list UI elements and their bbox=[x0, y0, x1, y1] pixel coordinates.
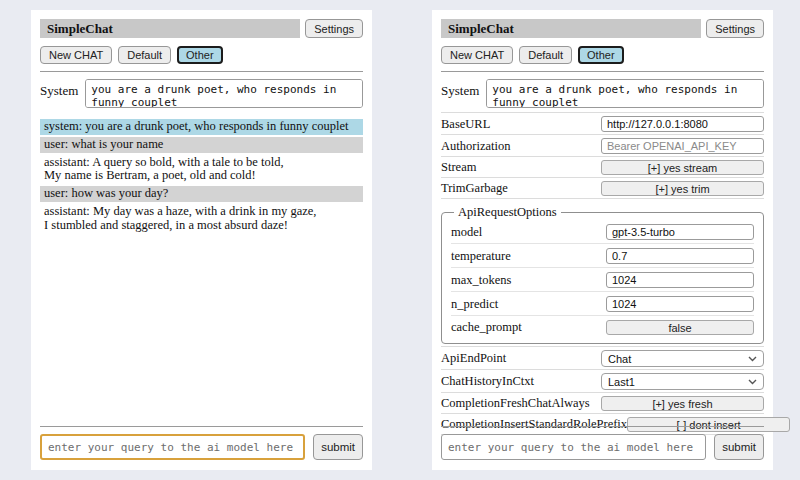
settings-panel: SimpleChat Settings New CHAT Default Oth… bbox=[432, 10, 773, 470]
new-chat-button[interactable]: New CHAT bbox=[441, 46, 513, 64]
temperature-input[interactable] bbox=[606, 248, 754, 264]
chat-message-assistant: assistant: A query so bold, with a tale … bbox=[40, 155, 363, 185]
settings-button[interactable]: Settings bbox=[706, 19, 764, 38]
submit-button[interactable]: submit bbox=[714, 434, 764, 460]
chat-message-user: user: how was your day? bbox=[40, 186, 363, 202]
cache-prompt-label: cache_prompt bbox=[451, 320, 522, 335]
header: SimpleChat Settings bbox=[40, 19, 363, 38]
chat-message-assistant: assistant: My day was a haze, with a dri… bbox=[40, 204, 363, 234]
system-prompt-row: System you are a drunk poet, who respond… bbox=[40, 79, 363, 108]
max-tokens-label: max_tokens bbox=[451, 273, 511, 288]
chat-message-list: system: you are a drunk poet, who respon… bbox=[40, 119, 363, 233]
authorization-label: Authorization bbox=[441, 139, 510, 154]
setting-row-baseurl: BaseURL bbox=[441, 112, 764, 135]
trim-garbage-toggle-button[interactable]: [+] yes trim bbox=[601, 181, 764, 196]
query-input[interactable] bbox=[40, 434, 305, 460]
chat-message-user: user: what is your name bbox=[40, 137, 363, 153]
divider bbox=[40, 426, 363, 427]
api-endpoint-select[interactable]: Chat bbox=[601, 350, 764, 367]
setting-row-fresh-chat: CompletionFreshChatAlways [+] yes fresh bbox=[441, 393, 764, 414]
setting-row-max-tokens: max_tokens bbox=[451, 268, 754, 292]
setting-row-chat-history: ChatHistoryInCtxt Last1 bbox=[441, 370, 764, 393]
trim-garbage-label: TrimGarbage bbox=[441, 181, 508, 196]
settings-button[interactable]: Settings bbox=[305, 19, 363, 38]
chat-panel: SimpleChat Settings New CHAT Default Oth… bbox=[31, 10, 372, 470]
api-endpoint-label: ApiEndPoint bbox=[441, 351, 506, 366]
session-other-button[interactable]: Other bbox=[578, 46, 624, 64]
temperature-label: temperature bbox=[451, 249, 511, 264]
new-chat-button[interactable]: New CHAT bbox=[40, 46, 112, 64]
query-input[interactable] bbox=[441, 434, 706, 460]
system-prompt-label: System bbox=[441, 79, 479, 108]
cache-prompt-toggle-button[interactable]: false bbox=[606, 320, 754, 335]
divider bbox=[441, 426, 764, 427]
setting-row-trimgarbage: TrimGarbage [+] yes trim bbox=[441, 178, 764, 199]
stream-label: Stream bbox=[441, 160, 476, 175]
model-label: model bbox=[451, 225, 482, 240]
setting-row-temperature: temperature bbox=[451, 244, 754, 268]
chat-history-label: ChatHistoryInCtxt bbox=[441, 374, 534, 389]
setting-row-api-endpoint: ApiEndPoint Chat bbox=[441, 346, 764, 370]
page: SimpleChat Settings New CHAT Default Oth… bbox=[0, 0, 800, 480]
header: SimpleChat Settings bbox=[441, 19, 764, 38]
setting-row-n-predict: n_predict bbox=[451, 292, 754, 316]
chat-history-value: Last1 bbox=[608, 376, 635, 388]
setting-row-cache-prompt: cache_prompt false bbox=[451, 316, 754, 338]
system-prompt-label: System bbox=[40, 79, 78, 108]
system-prompt-input[interactable]: you are a drunk poet, who responds in fu… bbox=[85, 79, 363, 108]
setting-row-model: model bbox=[451, 220, 754, 244]
model-input[interactable] bbox=[606, 224, 754, 240]
query-area: submit bbox=[441, 421, 764, 460]
fresh-chat-toggle-button[interactable]: [+] yes fresh bbox=[601, 396, 764, 411]
system-prompt-row: System you are a drunk poet, who respond… bbox=[441, 79, 764, 108]
divider bbox=[441, 71, 764, 72]
session-other-button[interactable]: Other bbox=[177, 46, 223, 64]
api-endpoint-value: Chat bbox=[608, 353, 631, 365]
session-toolbar: New CHAT Default Other bbox=[441, 46, 764, 64]
app-title: SimpleChat bbox=[441, 19, 701, 38]
setting-row-stream: Stream [+] yes stream bbox=[441, 157, 764, 178]
authorization-input[interactable] bbox=[601, 138, 764, 154]
app-title: SimpleChat bbox=[40, 19, 300, 38]
stream-toggle-button[interactable]: [+] yes stream bbox=[601, 160, 764, 175]
n-predict-label: n_predict bbox=[451, 297, 498, 312]
chat-history-select[interactable]: Last1 bbox=[601, 373, 764, 390]
chevron-down-icon bbox=[748, 356, 757, 362]
n-predict-input[interactable] bbox=[606, 296, 754, 312]
system-prompt-input[interactable]: you are a drunk poet, who responds in fu… bbox=[486, 79, 764, 108]
fresh-chat-label: CompletionFreshChatAlways bbox=[441, 396, 590, 411]
base-url-input[interactable] bbox=[601, 116, 764, 132]
baseurl-label: BaseURL bbox=[441, 117, 490, 132]
chevron-down-icon bbox=[748, 379, 757, 385]
session-default-button[interactable]: Default bbox=[519, 46, 572, 64]
api-request-options-legend: ApiRequestOptions bbox=[454, 205, 561, 220]
session-default-button[interactable]: Default bbox=[118, 46, 171, 64]
session-toolbar: New CHAT Default Other bbox=[40, 46, 363, 64]
max-tokens-input[interactable] bbox=[606, 272, 754, 288]
submit-button[interactable]: submit bbox=[313, 434, 363, 460]
chat-message-system: system: you are a drunk poet, who respon… bbox=[40, 119, 363, 135]
query-area: submit bbox=[40, 421, 363, 460]
setting-row-authorization: Authorization bbox=[441, 135, 764, 157]
api-request-options-fieldset: ApiRequestOptions model temperature max_… bbox=[441, 205, 764, 344]
divider bbox=[40, 71, 363, 72]
settings-list: BaseURL Authorization Stream [+] yes str… bbox=[441, 112, 764, 199]
